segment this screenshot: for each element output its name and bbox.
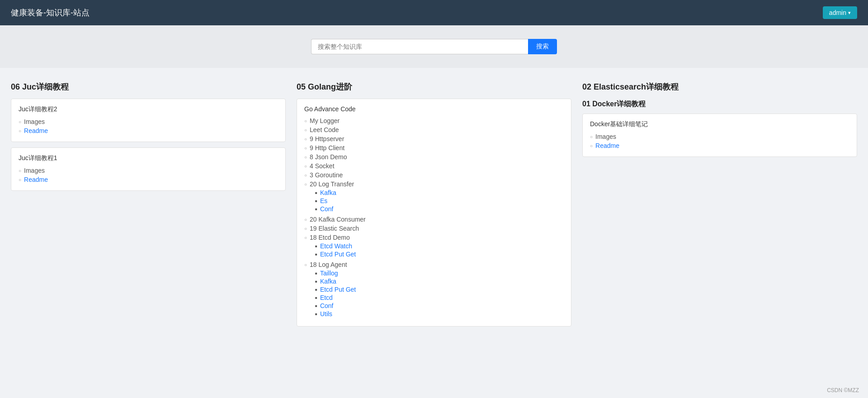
log-transfer-sublist: Kafka Es Conf	[315, 189, 354, 213]
list-item: 3 Goroutine	[304, 171, 564, 180]
right-column: 02 Elasticsearch详细教程 01 Docker详细教程 Docke…	[582, 81, 857, 162]
list-item: 9 Httpserver	[304, 134, 564, 143]
sub-list-item: Utils	[315, 310, 356, 318]
docker-card-list: Images Readme	[590, 132, 849, 150]
sub-list-item: Etcd Watch	[315, 242, 356, 250]
docker-card: Docker基础详细笔记 Images Readme	[582, 114, 857, 157]
list-item: 20 Kafka Consumer	[304, 215, 564, 224]
etcd-put-get-link[interactable]: Etcd Put Get	[320, 251, 356, 258]
kafka-link[interactable]: Kafka	[320, 189, 336, 196]
docker-section-title: 01 Docker详细教程	[582, 100, 857, 109]
list-item: Leet Code	[304, 125, 564, 134]
etcd-demo-sublist: Etcd Watch Etcd Put Get	[315, 242, 356, 258]
readme-link[interactable]: Readme	[24, 127, 48, 134]
list-item: Readme	[590, 141, 849, 150]
juc-card-2-list: Images Readme	[19, 117, 278, 135]
list-item: 8 Json Demo	[304, 152, 564, 161]
juc-card-1: Juc详细教程1 Images Readme	[11, 147, 286, 191]
etcd-link[interactable]: Etcd	[320, 294, 333, 301]
site-title: 健康装备-知识库-站点	[11, 7, 90, 18]
golang-list: My Logger Leet Code 9 Httpserver 9 Http …	[304, 116, 564, 320]
search-input[interactable]	[311, 39, 528, 54]
docker-readme-link[interactable]: Readme	[595, 142, 619, 149]
list-item: Readme	[19, 126, 278, 135]
juc-column: 06 Juc详细教程 Juc详细教程2 Images Readme Juc详细教…	[11, 81, 286, 196]
juc-section-title: 06 Juc详细教程	[11, 81, 286, 92]
kafka-link-2[interactable]: Kafka	[320, 278, 336, 285]
docker-card-title: Docker基础详细笔记	[590, 120, 849, 128]
list-item: Images	[590, 132, 849, 141]
list-item: 18 Etcd Demo Etcd Watch Etcd Put Get	[304, 233, 564, 260]
etcd-put-get-link-2[interactable]: Etcd Put Get	[320, 286, 356, 293]
taillog-link[interactable]: Taillog	[320, 270, 338, 277]
juc-card-1-list: Images Readme	[19, 166, 278, 184]
admin-button[interactable]: admin	[823, 6, 857, 19]
conf-link-2[interactable]: Conf	[320, 302, 334, 309]
sub-list-item: Etcd	[315, 294, 356, 302]
sub-list-item: Es	[315, 197, 354, 205]
conf-link[interactable]: Conf	[320, 205, 334, 213]
search-area: 搜索	[0, 25, 868, 68]
sub-list-item: Kafka	[315, 277, 356, 285]
juc-card-1-title: Juc详细教程1	[19, 154, 278, 162]
sub-list-item: Kafka	[315, 189, 354, 197]
list-item: Readme	[19, 175, 278, 184]
log-agent-sublist: Taillog Kafka Etcd Put Get Etcd Conf Uti…	[315, 269, 356, 318]
header: 健康装备-知识库-站点 admin	[0, 0, 868, 25]
list-item: Images	[19, 166, 278, 175]
list-item: My Logger	[304, 116, 564, 125]
juc-card-2: Juc详细教程2 Images Readme	[11, 99, 286, 142]
main-content: 06 Juc详细教程 Juc详细教程2 Images Readme Juc详细教…	[0, 68, 868, 340]
utils-link[interactable]: Utils	[320, 310, 332, 317]
sub-list-item: Conf	[315, 302, 356, 310]
readme-link[interactable]: Readme	[24, 176, 48, 183]
list-item: Images	[19, 117, 278, 126]
sub-list-item: Conf	[315, 205, 354, 213]
list-item: 18 Log Agent Taillog Kafka Etcd Put Get …	[304, 260, 564, 320]
elasticsearch-section-title: 02 Elasticsearch详细教程	[582, 81, 857, 92]
golang-column: 05 Golang进阶 Go Advance Code My Logger Le…	[297, 81, 571, 327]
search-button[interactable]: 搜索	[528, 39, 557, 54]
es-link[interactable]: Es	[320, 197, 327, 204]
golang-section-title: 05 Golang进阶	[297, 81, 571, 92]
etcd-watch-link[interactable]: Etcd Watch	[320, 242, 352, 250]
golang-root-title: Go Advance Code	[304, 105, 564, 113]
list-item: 20 Log Transfer Kafka Es Conf	[304, 180, 564, 215]
list-item: 19 Elastic Search	[304, 224, 564, 233]
sub-list-item: Taillog	[315, 269, 356, 277]
sub-list-item: Etcd Put Get	[315, 250, 356, 258]
sub-list-item: Etcd Put Get	[315, 285, 356, 294]
juc-card-2-title: Juc详细教程2	[19, 105, 278, 114]
golang-card: Go Advance Code My Logger Leet Code 9 Ht…	[297, 99, 571, 327]
list-item: 4 Socket	[304, 161, 564, 171]
list-item: 9 Http Client	[304, 143, 564, 152]
